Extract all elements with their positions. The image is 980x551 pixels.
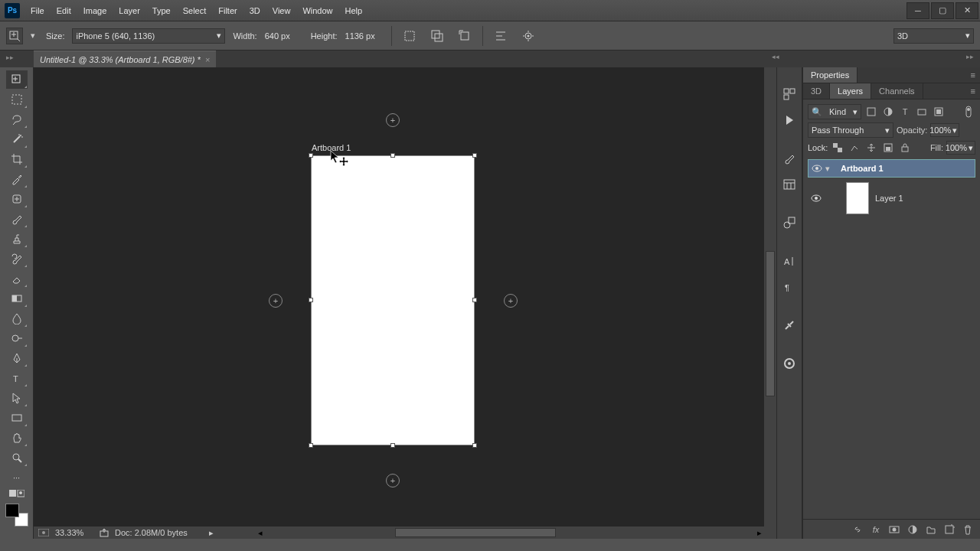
handle-se[interactable] bbox=[472, 443, 477, 448]
eraser-tool[interactable] bbox=[6, 269, 28, 288]
panel-menu-icon[interactable]: ≡ bbox=[966, 67, 980, 83]
layer-name[interactable]: Layer 1 bbox=[875, 194, 903, 203]
tools-presets-panel-icon[interactable] bbox=[779, 314, 799, 337]
menu-layer[interactable]: Layer bbox=[113, 3, 146, 18]
tab-channels[interactable]: Channels bbox=[871, 83, 923, 99]
dodge-tool[interactable] bbox=[6, 329, 28, 347]
history-brush-tool[interactable] bbox=[6, 249, 28, 268]
artboard[interactable] bbox=[311, 155, 475, 445]
handle-ne[interactable] bbox=[472, 153, 477, 158]
layer-thumbnail[interactable] bbox=[846, 182, 869, 214]
collapse-strip-icon[interactable]: ◂◂ bbox=[772, 53, 779, 60]
handle-nw[interactable] bbox=[309, 153, 313, 158]
vertical-scrollbar[interactable] bbox=[764, 67, 776, 539]
filter-type-icon[interactable]: T bbox=[898, 105, 912, 119]
hand-tool[interactable] bbox=[6, 429, 28, 447]
handle-sw[interactable] bbox=[309, 443, 313, 448]
current-tool-icon[interactable] bbox=[6, 28, 23, 44]
visibility-toggle-icon[interactable] bbox=[808, 165, 825, 172]
minimize-button[interactable]: ─ bbox=[906, 2, 929, 19]
menu-view[interactable]: View bbox=[266, 3, 297, 18]
adjustment-layer-icon[interactable] bbox=[906, 523, 919, 536]
document-tab[interactable]: Untitled-1 @ 33.3% (Artboard 1, RGB/8#) … bbox=[34, 51, 216, 67]
lock-transparency-icon[interactable] bbox=[831, 141, 844, 155]
magic-wand-tool[interactable] bbox=[6, 130, 28, 148]
handle-e[interactable] bbox=[472, 298, 477, 302]
lock-all-icon[interactable] bbox=[898, 141, 912, 155]
type-tool[interactable]: T bbox=[6, 369, 28, 387]
add-artboard-bottom[interactable]: + bbox=[386, 474, 400, 487]
doc-info[interactable]: Doc: 2.08M/0 bytes bbox=[115, 528, 188, 537]
add-artboard-right[interactable]: + bbox=[504, 294, 518, 308]
artboard-tool[interactable] bbox=[6, 70, 28, 89]
menu-window[interactable]: Window bbox=[296, 3, 338, 18]
tool-preset-dropdown[interactable]: ▾ bbox=[31, 31, 38, 41]
artboard-option-3-icon[interactable] bbox=[455, 26, 475, 46]
collapse-toolbox-icon[interactable]: ▸▸ bbox=[6, 54, 14, 61]
crop-tool[interactable] bbox=[6, 150, 28, 168]
menu-image[interactable]: Image bbox=[77, 3, 113, 18]
layer-artboard-1[interactable]: ▾ Artboard 1 bbox=[808, 159, 975, 178]
canvas-area[interactable]: Artboard 1 + + + + 33.33% bbox=[34, 67, 776, 539]
panel-icon-1[interactable] bbox=[779, 83, 799, 106]
filter-toggle-icon[interactable] bbox=[962, 105, 975, 119]
close-tab-icon[interactable]: × bbox=[205, 55, 210, 64]
horizontal-scrollbar-track[interactable] bbox=[265, 528, 755, 537]
menu-edit[interactable]: Edit bbox=[51, 3, 77, 18]
blur-tool[interactable] bbox=[6, 309, 28, 328]
edit-toolbar[interactable]: ··· bbox=[6, 468, 28, 487]
fill-value[interactable]: 100%▾ bbox=[946, 141, 975, 155]
healing-brush-tool[interactable] bbox=[6, 190, 28, 208]
filter-pixel-icon[interactable] bbox=[864, 105, 878, 119]
menu-filter[interactable]: Filter bbox=[212, 3, 243, 18]
eyedropper-tool[interactable] bbox=[6, 170, 28, 188]
paragraph-panel-icon[interactable]: ¶ bbox=[779, 276, 799, 298]
align-icon[interactable] bbox=[491, 26, 511, 46]
hscroll-right-arrow[interactable]: ▸ bbox=[755, 528, 764, 538]
quick-mask-toggle[interactable] bbox=[6, 488, 28, 499]
size-preset-dropdown[interactable]: iPhone 5 (640, 1136)▾ bbox=[72, 28, 225, 44]
width-value[interactable]: 640 px bbox=[265, 31, 303, 41]
marquee-tool[interactable] bbox=[6, 90, 28, 109]
zoom-level[interactable]: 33.33% bbox=[55, 528, 93, 537]
twisty-icon[interactable]: ▾ bbox=[825, 164, 836, 174]
layer-mask-icon[interactable] bbox=[888, 523, 900, 536]
add-artboard-top[interactable]: + bbox=[386, 113, 400, 127]
pen-tool[interactable] bbox=[6, 349, 28, 367]
brush-presets-panel-icon[interactable] bbox=[779, 173, 799, 196]
zoom-tool[interactable] bbox=[6, 448, 28, 467]
link-layers-icon[interactable] bbox=[851, 523, 864, 536]
gradient-tool[interactable] bbox=[6, 289, 28, 308]
vertical-scrollbar-thumb[interactable] bbox=[766, 251, 775, 396]
clone-stamp-tool[interactable] bbox=[6, 230, 28, 248]
export-icon[interactable] bbox=[100, 528, 109, 537]
group-icon[interactable] bbox=[925, 523, 937, 536]
horizontal-scrollbar-thumb[interactable] bbox=[395, 528, 556, 537]
menu-type[interactable]: Type bbox=[146, 3, 177, 18]
lock-pixels-icon[interactable] bbox=[848, 141, 861, 155]
collapse-panels-icon[interactable]: ▸▸ bbox=[966, 53, 974, 60]
rectangle-tool[interactable] bbox=[6, 409, 28, 427]
tab-properties[interactable]: Properties bbox=[803, 67, 858, 83]
doc-info-arrow-icon[interactable]: ▸ bbox=[209, 528, 214, 538]
opacity-value[interactable]: 100%▾ bbox=[930, 123, 959, 137]
blend-mode-dropdown[interactable]: Pass Through▾ bbox=[808, 122, 893, 138]
lasso-tool[interactable] bbox=[6, 110, 28, 129]
quick-mask-indicator-icon[interactable] bbox=[38, 529, 49, 536]
height-value[interactable]: 1136 px bbox=[345, 31, 384, 41]
filter-smart-icon[interactable] bbox=[932, 105, 946, 119]
delete-layer-icon[interactable] bbox=[962, 523, 974, 536]
actions-panel-icon[interactable] bbox=[779, 109, 799, 132]
lock-artboard-icon[interactable] bbox=[881, 141, 895, 155]
character-panel-icon[interactable]: A bbox=[779, 249, 799, 272]
layer-comps-panel-icon[interactable] bbox=[779, 211, 799, 234]
menu-3d[interactable]: 3D bbox=[243, 3, 266, 18]
menu-help[interactable]: Help bbox=[339, 3, 369, 18]
handle-s[interactable] bbox=[390, 443, 395, 448]
tab-3d[interactable]: 3D bbox=[803, 83, 830, 99]
layer-name[interactable]: Artboard 1 bbox=[841, 164, 884, 173]
lock-position-icon[interactable] bbox=[864, 141, 878, 155]
handle-w[interactable] bbox=[309, 298, 313, 302]
settings-gear-icon[interactable] bbox=[518, 26, 538, 46]
layer-filter-kind-dropdown[interactable]: 🔍Kind▾ bbox=[808, 104, 861, 119]
